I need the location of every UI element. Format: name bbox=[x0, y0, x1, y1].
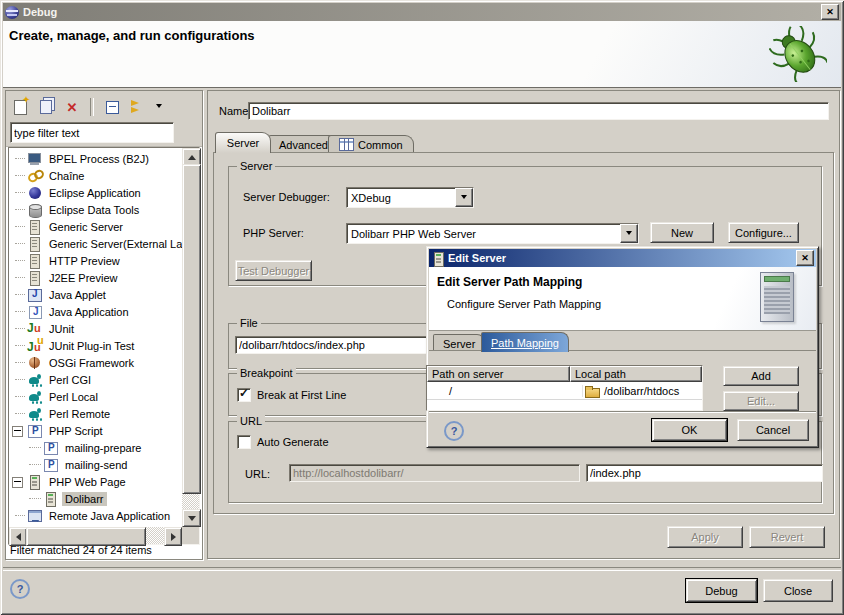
file-group-label: File bbox=[237, 317, 261, 329]
tree-item-dolibarr[interactable]: Dolibarr bbox=[9, 490, 182, 507]
database-icon bbox=[27, 202, 43, 218]
tree-item-bpel-process-b2j[interactable]: BPEL Process (B2J) bbox=[9, 150, 182, 167]
tree-item-label: Generic Server(External La bbox=[46, 237, 182, 251]
toolbar-menu-chevron-icon[interactable] bbox=[154, 97, 164, 117]
path-mapping-rows: //dolibarr/htdocs bbox=[427, 382, 702, 400]
scroll-down-icon[interactable] bbox=[182, 509, 201, 527]
table-icon bbox=[339, 138, 354, 151]
dialog-help-icon[interactable]: ? bbox=[444, 421, 464, 441]
tree-item-label: Perl Remote bbox=[46, 407, 113, 421]
scroll-right-icon[interactable] bbox=[164, 527, 182, 546]
table-row[interactable]: //dolibarr/htdocs bbox=[427, 382, 702, 400]
tree-item-remote-java-application[interactable]: Remote Java Application bbox=[9, 507, 182, 524]
chevron-down-icon[interactable] bbox=[620, 224, 638, 243]
tab-server[interactable]: Server bbox=[215, 132, 271, 153]
tree-item-generic-server[interactable]: Generic Server bbox=[9, 218, 182, 235]
tree-vertical-scrollbar[interactable] bbox=[182, 148, 199, 527]
dialog-close-icon[interactable]: ✕ bbox=[796, 250, 814, 266]
tree-item-php-script[interactable]: PHP Script bbox=[9, 422, 182, 439]
column-header-path-on-server[interactable]: Path on server bbox=[427, 366, 570, 382]
column-header-local-path[interactable]: Local path bbox=[570, 366, 702, 382]
tree-item-label: Chaîne bbox=[46, 169, 87, 183]
window-close-icon[interactable]: ✕ bbox=[821, 4, 839, 20]
dialog-tab-path-mapping[interactable]: Path Mapping bbox=[481, 332, 569, 352]
new-server-button[interactable]: New bbox=[650, 222, 714, 243]
java-app-icon bbox=[27, 304, 43, 320]
php-server-select[interactable]: Dolibarr PHP Web Server bbox=[346, 223, 639, 244]
auto-generate-checkbox[interactable]: ✓ bbox=[237, 435, 251, 449]
collapse-expander-icon[interactable] bbox=[12, 477, 23, 488]
close-button[interactable]: Close bbox=[763, 579, 833, 602]
new-configuration-icon[interactable] bbox=[10, 97, 30, 117]
debug-button[interactable]: Debug bbox=[686, 579, 757, 602]
server-debugger-select[interactable]: XDebug bbox=[346, 187, 474, 208]
tree-item-cha-ne[interactable]: Chaîne bbox=[9, 167, 182, 184]
tree-item-label: BPEL Process (B2J) bbox=[46, 152, 152, 166]
chevron-down-icon[interactable] bbox=[455, 188, 473, 207]
help-icon[interactable]: ? bbox=[10, 579, 30, 599]
bug-icon bbox=[769, 26, 827, 82]
tab-common[interactable]: Common bbox=[328, 135, 414, 153]
server-icon bbox=[27, 236, 43, 252]
junit-icon bbox=[27, 321, 43, 337]
tree-item-osgi-framework[interactable]: OSGi Framework bbox=[9, 354, 182, 371]
filter-input[interactable] bbox=[10, 122, 174, 143]
add-mapping-button[interactable]: Add bbox=[723, 366, 799, 386]
chain-icon bbox=[27, 168, 43, 184]
tree-item-label: J2EE Preview bbox=[46, 271, 120, 285]
configure-server-button[interactable]: Configure... bbox=[728, 222, 799, 243]
tree-item-php-web-page[interactable]: PHP Web Page bbox=[9, 473, 182, 490]
test-debugger-button[interactable]: Test Debugger bbox=[235, 260, 312, 281]
server-group-label: Server bbox=[237, 160, 275, 172]
perl-icon bbox=[27, 372, 43, 388]
tree-item-java-applet[interactable]: Java Applet bbox=[9, 286, 182, 303]
tree-item-label: Eclipse Data Tools bbox=[46, 203, 142, 217]
tree-item-eclipse-application[interactable]: Eclipse Application bbox=[9, 184, 182, 201]
php-icon bbox=[27, 423, 43, 439]
cancel-button[interactable]: Cancel bbox=[737, 419, 809, 441]
configuration-name-input[interactable] bbox=[248, 102, 829, 120]
tree-item-java-application[interactable]: Java Application bbox=[9, 303, 182, 320]
tree-item-eclipse-data-tools[interactable]: Eclipse Data Tools bbox=[9, 201, 182, 218]
tree-item-junit-plug-in-test[interactable]: JUnit Plug-in Test bbox=[9, 337, 182, 354]
ok-button[interactable]: OK bbox=[652, 419, 727, 441]
debug-window: Debug ✕ Create, manage, and run configur… bbox=[0, 0, 844, 615]
tree-item-perl-remote[interactable]: Perl Remote bbox=[9, 405, 182, 422]
tree-horizontal-scrollbar[interactable] bbox=[9, 527, 182, 544]
tree-item-perl-local[interactable]: Perl Local bbox=[9, 388, 182, 405]
tree-item-junit[interactable]: JUnit bbox=[9, 320, 182, 337]
tree-item-label: mailing-prepare bbox=[62, 441, 144, 455]
tree-item-label: Perl CGI bbox=[46, 373, 94, 387]
revert-button[interactable]: Revert bbox=[749, 526, 825, 548]
delete-configuration-icon[interactable]: ✕ bbox=[62, 97, 82, 117]
perl-icon bbox=[27, 389, 43, 405]
collapse-all-icon[interactable] bbox=[102, 97, 122, 117]
bpel-process-icon bbox=[27, 151, 43, 167]
tree-item-perl-cgi[interactable]: Perl CGI bbox=[9, 371, 182, 388]
auto-generate-label: Auto Generate bbox=[257, 436, 329, 448]
footer-separator bbox=[3, 567, 841, 571]
tree-item-generic-server-external-la[interactable]: Generic Server(External La bbox=[9, 235, 182, 252]
tree-item-label: PHP Script bbox=[46, 424, 106, 438]
tree-item-mailing-prepare[interactable]: mailing-prepare bbox=[9, 439, 182, 456]
edit-mapping-button[interactable]: Edit... bbox=[723, 391, 799, 411]
config-type-panel: ✕ BPEL Process (B2J)ChaîneEclipse Applic… bbox=[5, 90, 203, 560]
window-titlebar: Debug ✕ bbox=[3, 3, 841, 21]
dialog-titlebar: Edit Server ✕ bbox=[429, 249, 816, 267]
collapse-expander-icon[interactable] bbox=[12, 426, 23, 437]
tree-item-http-preview[interactable]: HTTP Preview bbox=[9, 252, 182, 269]
duplicate-configuration-icon[interactable] bbox=[36, 97, 56, 117]
apply-button[interactable]: Apply bbox=[667, 526, 743, 548]
vertical-scroll-thumb[interactable] bbox=[182, 164, 201, 494]
tree-item-j2ee-preview[interactable]: J2EE Preview bbox=[9, 269, 182, 286]
tree-item-mailing-send[interactable]: mailing-send bbox=[9, 456, 182, 473]
url-base-input[interactable] bbox=[289, 464, 580, 482]
url-path-input[interactable] bbox=[586, 464, 823, 482]
edit-server-dialog: Edit Server ✕ Edit Server Path Mapping C… bbox=[426, 246, 819, 448]
filter-icon[interactable] bbox=[128, 97, 148, 117]
break-first-line-checkbox[interactable]: ✓ bbox=[237, 388, 251, 402]
eclipse-icon bbox=[5, 6, 19, 19]
tree-item-label: Dolibarr bbox=[62, 492, 107, 506]
dialog-footer: ? OK Cancel bbox=[429, 411, 816, 445]
dialog-title: Edit Server bbox=[448, 252, 506, 264]
